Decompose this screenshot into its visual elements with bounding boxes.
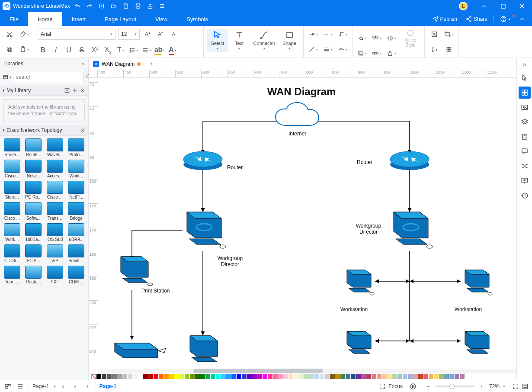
theme-panel-button[interactable] (519, 87, 531, 99)
crop-button[interactable]: ▾ (443, 29, 455, 40)
color-swatch[interactable] (263, 374, 267, 379)
node-ws1[interactable] (343, 267, 377, 298)
line-jump-button[interactable]: ▾ (337, 44, 349, 55)
prev-page-button[interactable]: ‹ (58, 382, 68, 391)
fit-page-button[interactable] (428, 29, 440, 40)
library-item[interactable]: Route... (23, 265, 44, 285)
color-swatch[interactable] (403, 374, 407, 379)
color-swatch[interactable] (283, 374, 288, 379)
node-wg-left[interactable] (180, 208, 228, 251)
color-swatch[interactable] (268, 374, 272, 379)
layers-panel-button[interactable] (519, 116, 531, 128)
library-item[interactable]: PXF (45, 265, 65, 285)
close-button[interactable] (515, 0, 529, 12)
color-swatch[interactable] (439, 374, 444, 379)
export-icon[interactable] (147, 3, 153, 9)
color-swatch[interactable] (397, 374, 402, 379)
zoom-in-button[interactable]: ＋ (477, 382, 487, 391)
library-item[interactable]: Work... (66, 159, 87, 179)
print-icon[interactable] (135, 3, 141, 9)
color-swatch[interactable] (154, 374, 158, 379)
dropdown-icon[interactable] (159, 3, 165, 9)
fit-icon[interactable] (522, 383, 529, 390)
color-swatch[interactable] (200, 374, 205, 379)
color-swatch[interactable] (356, 374, 361, 379)
pages-grid-button[interactable] (3, 382, 13, 391)
color-swatch[interactable] (273, 374, 278, 379)
decrease-font-button[interactable]: A▾ (155, 29, 166, 39)
add-tab-button[interactable]: ＋ (145, 60, 157, 67)
page-viewport[interactable]: WAN Diagram (98, 78, 516, 373)
color-swatch[interactable] (122, 374, 127, 379)
color-swatch[interactable] (299, 374, 304, 379)
color-swatch[interactable] (226, 374, 231, 379)
cut-button[interactable] (3, 29, 16, 40)
highlight-button[interactable]: ab▾ (154, 45, 165, 55)
clear-format-button[interactable]: A̶ (168, 29, 179, 39)
library-item[interactable]: Netw... (23, 159, 44, 179)
color-swatch[interactable] (237, 374, 241, 379)
menu-insert[interactable]: Insert (62, 12, 96, 26)
color-swatch[interactable] (211, 374, 215, 379)
lock-button[interactable]: ▾ (385, 48, 397, 59)
drawing-sheet[interactable]: WAN Diagram (98, 78, 516, 373)
color-swatch[interactable] (294, 374, 298, 379)
quick-style-button[interactable]: Quick Style (400, 29, 421, 48)
menu-home[interactable]: Home (28, 12, 62, 26)
library-item[interactable]: Termi... (2, 265, 22, 285)
color-swatch[interactable] (346, 374, 350, 379)
color-swatch[interactable] (159, 374, 163, 379)
maximize-button[interactable] (496, 0, 510, 12)
text-tool[interactable]: Text▾ (229, 29, 250, 52)
format-painter-button[interactable]: ▾ (18, 29, 30, 40)
color-swatch[interactable] (304, 374, 309, 379)
color-swatch[interactable] (372, 374, 376, 379)
fullscreen-icon[interactable] (512, 383, 519, 390)
library-item[interactable]: Cisco ... (45, 180, 65, 200)
page-selector[interactable]: Page-1 (32, 383, 49, 389)
color-swatch[interactable] (148, 374, 153, 379)
redo-icon[interactable] (87, 3, 93, 9)
node-bottom-pc[interactable] (185, 332, 224, 365)
color-swatch[interactable] (418, 374, 423, 379)
color-swatch[interactable] (429, 374, 433, 379)
italic-button[interactable]: I (51, 45, 61, 55)
library-item[interactable]: Bridge (66, 201, 87, 222)
presentation-panel-button[interactable] (519, 175, 531, 187)
color-swatch[interactable] (387, 374, 392, 379)
menu-symbols[interactable]: Symbols (177, 12, 218, 26)
collapse-libraries-icon[interactable]: « (82, 61, 85, 67)
color-swatch[interactable] (169, 374, 174, 379)
import-icon[interactable] (64, 87, 70, 93)
library-item[interactable]: 100Ba... (23, 222, 44, 243)
color-swatch[interactable] (247, 374, 252, 379)
library-search-input[interactable] (13, 72, 84, 82)
color-swatch[interactable] (112, 374, 117, 379)
fill-button[interactable]: ▾ (356, 32, 368, 44)
paste-button[interactable]: ▾ (18, 44, 30, 55)
save-icon[interactable] (123, 3, 129, 9)
color-swatch[interactable] (143, 374, 148, 379)
color-swatch[interactable] (408, 374, 413, 379)
menu-page-layout[interactable]: Page Layout (95, 12, 146, 26)
color-swatch[interactable] (434, 374, 439, 379)
copy-button[interactable] (3, 44, 16, 55)
connector-tool[interactable]: Connector▾ (250, 29, 278, 52)
increase-font-button[interactable]: A▴ (142, 29, 153, 39)
shuffle-panel-button[interactable] (519, 160, 531, 172)
my-library-section[interactable]: ▾My Library (0, 85, 88, 96)
play-icon[interactable] (410, 383, 417, 390)
spacing-button[interactable] (443, 44, 455, 55)
strike-button[interactable]: S (77, 45, 87, 55)
library-item[interactable]: Work... (2, 222, 22, 243)
library-item[interactable]: CDDI/... (2, 244, 22, 264)
color-swatch[interactable] (423, 374, 428, 379)
library-item[interactable]: CDM ... (66, 265, 87, 285)
color-swatch[interactable] (330, 374, 335, 379)
color-swatch[interactable] (325, 374, 330, 379)
add-icon[interactable] (72, 87, 78, 93)
collapse-ribbon-button[interactable] (516, 16, 528, 22)
line-route-button[interactable]: ▾ (337, 29, 349, 40)
format-pointer-button[interactable] (519, 72, 531, 84)
library-item[interactable]: Cisco... (2, 159, 22, 179)
